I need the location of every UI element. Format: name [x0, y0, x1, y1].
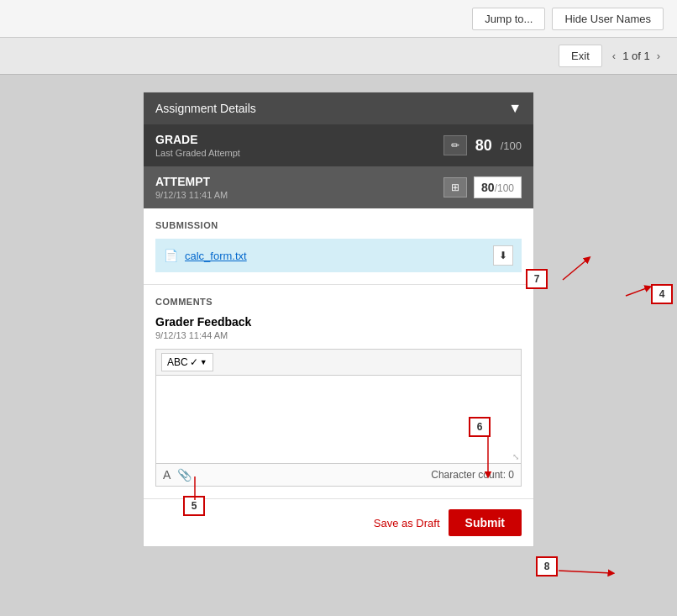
- text-area-container: ⤡: [155, 375, 522, 464]
- grade-sublabel: Last Graded Attempt: [155, 148, 240, 158]
- panel-chevron[interactable]: ▼: [508, 101, 522, 116]
- exit-button[interactable]: Exit: [559, 45, 602, 67]
- comments-title: COMMENTS: [155, 297, 522, 307]
- file-name[interactable]: calc_form.txt: [185, 250, 247, 262]
- abc-label: ABC: [167, 356, 188, 368]
- text-editor-toolbar: ABC ✓ ▼: [155, 349, 522, 375]
- attachment-icon: 📎: [177, 468, 192, 482]
- svg-line-4: [559, 571, 611, 573]
- panel-header: Assignment Details ▼: [144, 92, 533, 124]
- prev-page-arrow[interactable]: ‹: [609, 48, 619, 64]
- attempt-score-container: 80/100: [474, 176, 522, 198]
- arrow-8: [554, 561, 622, 586]
- submission-section: SUBMISSION 📄 calc_form.txt ⬇: [144, 208, 533, 285]
- grade-label: GRADE: [155, 133, 240, 146]
- comment-textarea[interactable]: [156, 376, 521, 460]
- page-info: 1 of 1: [622, 50, 650, 62]
- next-page-arrow[interactable]: ›: [653, 48, 664, 64]
- save-draft-button[interactable]: Save as Draft: [374, 517, 440, 529]
- action-bar: Save as Draft Submit: [144, 498, 533, 546]
- submission-title: SUBMISSION: [155, 220, 522, 230]
- rubric-icon-button[interactable]: ⊞: [443, 177, 467, 197]
- download-button[interactable]: ⬇: [493, 245, 513, 266]
- attempt-score-max: /100: [495, 182, 514, 194]
- file-row: 📄 calc_form.txt ⬇: [155, 239, 522, 272]
- attempt-label: ATTEMPT: [155, 175, 228, 188]
- comments-section: COMMENTS Grader Feedback 9/12/13 11:44 A…: [144, 285, 533, 498]
- panel-title: Assignment Details: [155, 102, 256, 115]
- font-icon: A: [163, 468, 171, 482]
- jump-to-button[interactable]: Jump to...: [472, 8, 545, 30]
- grade-right: ✏ 80 /100: [443, 135, 522, 155]
- pagination: ‹ 1 of 1 ›: [609, 48, 664, 64]
- font-button[interactable]: A: [163, 468, 171, 482]
- grader-feedback-date: 9/12/13 11:44 AM: [155, 330, 522, 340]
- hide-user-names-button[interactable]: Hide User Names: [552, 8, 664, 30]
- grade-value: 80: [475, 137, 492, 155]
- grade-section: GRADE Last Graded Attempt ✏ 80 /100: [144, 124, 533, 166]
- nav-bar: Exit ‹ 1 of 1 ›: [0, 38, 677, 75]
- attempt-info: ATTEMPT 9/12/13 11:41 AM: [155, 175, 228, 200]
- attachment-button[interactable]: 📎: [177, 468, 192, 482]
- attempt-right: ⊞ 80/100: [443, 176, 522, 198]
- spell-check-button[interactable]: ABC ✓ ▼: [161, 353, 213, 371]
- grade-max: /100: [501, 140, 522, 152]
- assignment-panel: Assignment Details ▼ GRADE Last Graded A…: [143, 92, 534, 547]
- dropdown-arrow-icon: ▼: [200, 358, 207, 366]
- attempt-score: 80/100: [474, 176, 522, 198]
- grade-info: GRADE Last Graded Attempt: [155, 133, 240, 158]
- check-icon: ✓: [190, 356, 198, 368]
- editor-footer: A 📎 Character count: 0: [155, 464, 522, 487]
- grader-feedback-label: Grader Feedback: [155, 315, 522, 329]
- attempt-section: ATTEMPT 9/12/13 11:41 AM ⊞ 80/100: [144, 166, 533, 208]
- submit-button[interactable]: Submit: [449, 509, 522, 536]
- footer-icons: A 📎: [163, 468, 192, 482]
- char-count: Character count: 0: [431, 469, 514, 481]
- attempt-score-value: 80: [481, 181, 495, 194]
- attempt-sublabel: 9/12/13 11:41 AM: [155, 190, 228, 200]
- resize-handle[interactable]: ⤡: [512, 452, 519, 461]
- grade-edit-button[interactable]: ✏: [443, 135, 467, 155]
- main-content: Assignment Details ▼ GRADE Last Graded A…: [0, 75, 677, 564]
- file-info: 📄 calc_form.txt: [164, 249, 247, 262]
- top-bar: Jump to... Hide User Names: [0, 0, 677, 38]
- file-icon: 📄: [164, 249, 178, 262]
